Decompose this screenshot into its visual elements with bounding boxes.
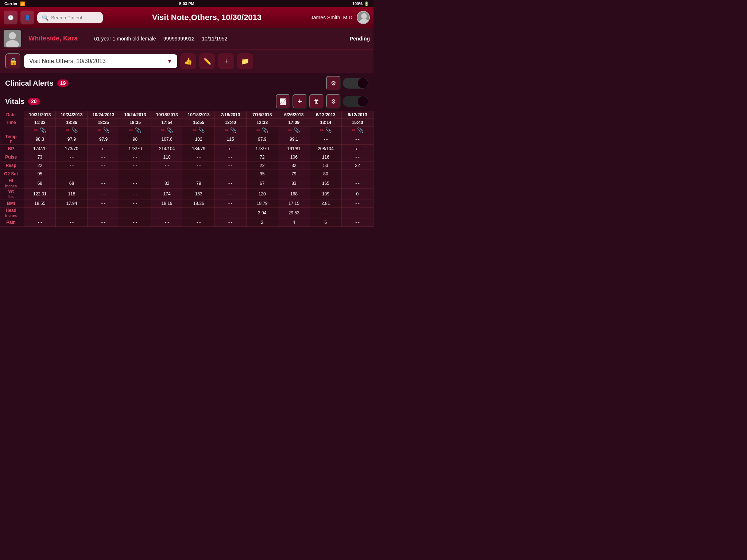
cell-r6-c7: 120 bbox=[246, 189, 278, 199]
search-box[interactable]: 🔍 bbox=[37, 12, 103, 23]
edit-icon-7[interactable]: ✏ bbox=[256, 127, 261, 133]
patient-dob: 10/11/1952 bbox=[202, 36, 227, 42]
cell-r4-c5: - - bbox=[183, 170, 214, 178]
cell-r9-c7: 2 bbox=[246, 218, 278, 227]
clinical-alerts-toggle[interactable] bbox=[343, 78, 368, 89]
vitals-toggle-knob bbox=[358, 96, 368, 106]
vitals-chart-button[interactable]: 📈 bbox=[276, 94, 290, 109]
visit-dropdown-label: Visit Note,Others, 10/30/2013 bbox=[29, 58, 106, 65]
gear-icon: ⚙ bbox=[331, 80, 336, 87]
icon-cell-7: ✏ 📎 bbox=[246, 127, 278, 134]
edit-icon-1[interactable]: ✏ bbox=[66, 127, 70, 133]
vitals-row-2: Pulse73- -- -- -110- -- -72106116- - bbox=[0, 153, 374, 162]
icon-cell-3: ✏ 📎 bbox=[119, 127, 151, 134]
icon-cell-5: ✏ 📎 bbox=[183, 127, 214, 134]
cell-r6-c0: 122.01 bbox=[24, 189, 56, 199]
attach-icon-1[interactable]: 📎 bbox=[71, 127, 78, 133]
edit-icon-3[interactable]: ✏ bbox=[129, 127, 133, 133]
vitals-add-button[interactable]: + bbox=[293, 94, 307, 109]
cell-r5-c2: - - bbox=[88, 178, 119, 189]
attach-icon-7[interactable]: 📎 bbox=[262, 127, 268, 133]
edit-icon-10[interactable]: ✏ bbox=[352, 127, 356, 133]
cell-r3-c3: - - bbox=[119, 162, 151, 170]
wifi-icon: 📶 bbox=[20, 1, 25, 6]
search-input[interactable] bbox=[51, 15, 98, 20]
cell-r7-c3: - - bbox=[119, 199, 151, 208]
vitals-badge: 20 bbox=[28, 98, 40, 105]
edit-icon-5[interactable]: ✏ bbox=[193, 127, 197, 133]
cell-r4-c1: - - bbox=[56, 170, 88, 178]
attach-icon-3[interactable]: 📎 bbox=[135, 127, 141, 133]
folder-button[interactable]: 📁 bbox=[237, 53, 253, 69]
visit-dropdown[interactable]: Visit Note,Others, 10/30/2013 ▼ bbox=[24, 54, 177, 68]
cell-r1-c2: - /- - bbox=[88, 145, 119, 153]
edit-icon: ✏️ bbox=[203, 57, 211, 65]
edit-button[interactable]: ✏️ bbox=[199, 53, 215, 69]
clock-icon: 🕐 bbox=[8, 15, 14, 20]
cell-r5-c5: 79 bbox=[183, 178, 214, 189]
row-label-6: Wtlbs bbox=[0, 189, 24, 199]
cell-r6-c8: 168 bbox=[278, 189, 310, 199]
cell-r7-c5: 18.36 bbox=[183, 199, 214, 208]
add-button[interactable]: + bbox=[218, 53, 234, 69]
cell-r7-c6: - - bbox=[214, 199, 246, 208]
row-label-7: BMI bbox=[0, 199, 24, 208]
cell-r8-c3: - - bbox=[119, 208, 151, 218]
col-date-10: 6/12/2013 bbox=[341, 111, 373, 119]
attach-icon-9[interactable]: 📎 bbox=[325, 127, 332, 133]
cell-r1-c1: 173/70 bbox=[56, 145, 88, 153]
vitals-row-0: TempF98.397.997.998107.610211597.999.1- … bbox=[0, 134, 374, 145]
attach-icon-0[interactable]: 📎 bbox=[40, 127, 46, 133]
cell-r3-c2: - - bbox=[88, 162, 119, 170]
cell-r6-c9: 109 bbox=[310, 189, 341, 199]
edit-icon-9[interactable]: ✏ bbox=[320, 127, 324, 133]
cell-r8-c0: - - bbox=[24, 208, 56, 218]
edit-icon-2[interactable]: ✏ bbox=[97, 127, 102, 133]
cell-r6-c3: - - bbox=[119, 189, 151, 199]
vitals-icon-row: ✏ 📎 ✏ 📎 ✏ 📎 ✏ 📎 bbox=[0, 127, 374, 134]
vitals-row-6: Wtlbs122.01118- -- -174163- -1201681090 bbox=[0, 189, 374, 199]
cell-r4-c6: - - bbox=[214, 170, 246, 178]
clinical-alerts-badge: 19 bbox=[57, 79, 69, 87]
cell-r0-c1: 97.9 bbox=[56, 134, 88, 145]
cell-r4-c3: - - bbox=[119, 170, 151, 178]
cell-r7-c7: 18.79 bbox=[246, 199, 278, 208]
edit-icon-8[interactable]: ✏ bbox=[288, 127, 293, 133]
col-date-3: 10/24/2013 bbox=[119, 111, 151, 119]
cell-r7-c4: 18.19 bbox=[151, 199, 183, 208]
edit-icon-4[interactable]: ✏ bbox=[161, 127, 165, 133]
cell-r1-c10: - /- - bbox=[341, 145, 373, 153]
clock-button[interactable]: 🕐 bbox=[4, 11, 18, 24]
lock-button[interactable]: 🔒 bbox=[5, 53, 21, 69]
chart-icon: 📈 bbox=[279, 98, 287, 105]
user-icon: 👤 bbox=[24, 15, 31, 20]
cell-r6-c1: 118 bbox=[56, 189, 88, 199]
user-button[interactable]: 👤 bbox=[20, 11, 34, 24]
vitals-body: TempF98.397.997.998107.610211597.999.1- … bbox=[0, 134, 374, 227]
cell-r9-c8: 4 bbox=[278, 218, 310, 227]
attach-icon-4[interactable]: 📎 bbox=[167, 127, 173, 133]
cell-r3-c0: 22 bbox=[24, 162, 56, 170]
doctor-avatar bbox=[357, 11, 370, 24]
attach-icon-10[interactable]: 📎 bbox=[357, 127, 363, 133]
vitals-row-1: BP174/70173/70- /- -173/70214/104184/79-… bbox=[0, 145, 374, 153]
edit-icon-0[interactable]: ✏ bbox=[34, 127, 38, 133]
attach-icon-8[interactable]: 📎 bbox=[294, 127, 300, 133]
vitals-trash-button[interactable]: 🗑 bbox=[309, 94, 324, 109]
status-bar: Carrier 📶 5:03 PM 100% 🔋 bbox=[0, 0, 374, 7]
folder-icon: 📁 bbox=[241, 57, 249, 65]
edit-icon-6[interactable]: ✏ bbox=[225, 127, 229, 133]
cell-r8-c7: 3.94 bbox=[246, 208, 278, 218]
attach-icon-5[interactable]: 📎 bbox=[198, 127, 205, 133]
vitals-toggle[interactable] bbox=[343, 96, 368, 107]
attach-icon-6[interactable]: 📎 bbox=[230, 127, 236, 133]
icon-cell-10: ✏ 📎 bbox=[341, 127, 373, 134]
cell-r0-c7: 97.9 bbox=[246, 134, 278, 145]
attach-icon-2[interactable]: 📎 bbox=[103, 127, 109, 133]
clinical-alerts-gear-button[interactable]: ⚙ bbox=[326, 76, 341, 90]
icon-cell-6: ✏ 📎 bbox=[214, 127, 246, 134]
cell-r0-c4: 107.6 bbox=[151, 134, 183, 145]
carrier-text: Carrier bbox=[4, 1, 18, 6]
thumbs-up-button[interactable]: 👍 bbox=[180, 53, 196, 69]
vitals-gear-button[interactable]: ⚙ bbox=[326, 94, 341, 109]
